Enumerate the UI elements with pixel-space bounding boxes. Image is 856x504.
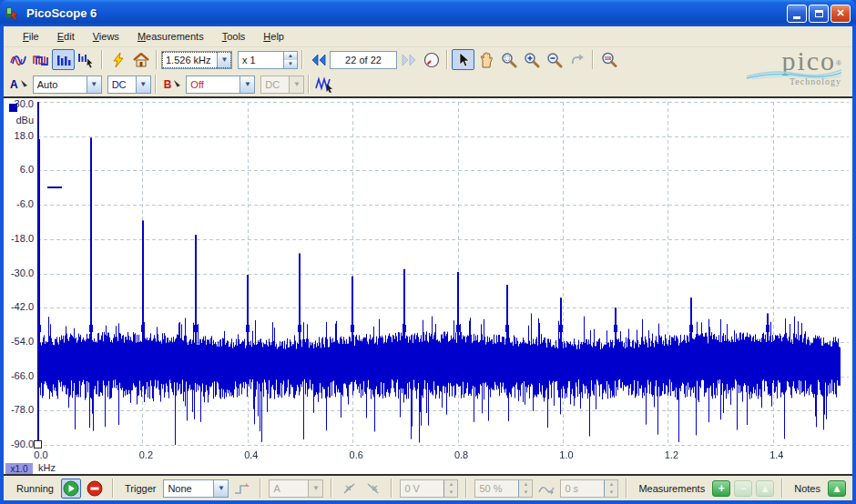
y-tick-label: -54.0 [4, 336, 34, 347]
svg-text:100: 100 [604, 56, 611, 61]
channel-a-coupling-select[interactable]: DC ▼ [107, 76, 151, 94]
channel-b-label: B [164, 78, 172, 91]
spectrum-canvas[interactable] [37, 102, 849, 446]
stop-capture-button[interactable] [85, 479, 105, 499]
persistence-view-button[interactable] [29, 49, 52, 70]
add-measurement-button[interactable]: + [712, 480, 730, 497]
menu-item-help[interactable]: Help [255, 28, 292, 45]
next-waveform-button[interactable] [397, 49, 420, 70]
spectrum-view-button[interactable] [52, 49, 75, 70]
axis-drag-handle[interactable] [34, 440, 42, 449]
x-tick-label: 0.8 [443, 449, 480, 460]
measurements-label: Measurements [638, 483, 705, 494]
app-icon [5, 5, 22, 22]
start-capture-button[interactable] [61, 479, 81, 499]
rising-edge-button [340, 479, 360, 499]
trigger-mode-select[interactable]: None ▼ [163, 479, 229, 498]
menu-item-views[interactable]: Views [85, 28, 127, 45]
y-tick-label: -18.0 [4, 233, 34, 244]
client-area: FileEditViewsMeasurementsToolsHelp [4, 26, 852, 500]
separator [465, 479, 467, 498]
separator [101, 50, 103, 69]
channel-a-coupling-value: DC [108, 79, 136, 90]
buffer-position-field[interactable]: 22 of 22 [330, 51, 397, 69]
channel-b-coupling-value: DC [261, 79, 289, 90]
stepper-buttons[interactable]: ▲▼ [283, 52, 297, 68]
menu-item-measurements[interactable]: Measurements [129, 28, 212, 45]
chevron-down-icon[interactable]: ▼ [217, 52, 231, 68]
chevron-down-icon[interactable]: ▼ [213, 480, 228, 497]
auto-setup-button[interactable] [107, 49, 129, 70]
trigger-source-value: A [270, 483, 308, 494]
y-tick-label: 18.0 [4, 130, 34, 141]
statusbar: Running Trigger None ▼ [4, 476, 852, 500]
trigger-level-value: 0 V [401, 483, 443, 494]
running-status: Running [16, 483, 54, 494]
undo-zoom-button[interactable] [566, 49, 588, 70]
x-scale-stepper[interactable]: x 1 ▲▼ [238, 51, 298, 69]
titlebar: PicoScope 6 ✕ [0, 0, 856, 26]
separator [626, 479, 627, 498]
buffer-navigator-button[interactable] [420, 49, 443, 70]
spectrum-options-button[interactable] [75, 49, 97, 70]
channel-b-coupling-select[interactable]: DC ▼ [260, 76, 304, 94]
channel-b-range-select[interactable]: Off ▼ [186, 76, 255, 94]
step-down-icon: ▼ [605, 489, 617, 497]
minimize-button[interactable] [787, 5, 807, 23]
registered-mark: ® [836, 59, 841, 67]
x-axis-multiplier-badge[interactable]: x1.0 [5, 463, 33, 475]
scope-view-button[interactable] [6, 49, 29, 70]
y-tick-label: -42.0 [4, 301, 34, 312]
y-axis-unit: dBu [4, 115, 34, 126]
chevron-down-icon[interactable]: ▼ [136, 76, 150, 93]
x-tick-label: 0.4 [233, 449, 270, 460]
hand-tool-button[interactable] [474, 49, 497, 70]
zoom-out-button[interactable] [543, 49, 566, 70]
step-up-icon: ▲ [444, 480, 457, 489]
separator [260, 479, 261, 498]
advanced-trigger-button[interactable] [232, 479, 252, 499]
separator [156, 50, 158, 69]
y-tick-label: 6.0 [4, 164, 34, 175]
stepper-buttons: ▲▼ [443, 480, 457, 497]
x-tick-label: 1.0 [548, 449, 585, 460]
separator [331, 479, 332, 498]
channel-toolbar: A Auto ▼ DC ▼ B Off ▼ [4, 72, 732, 96]
remove-measurement-button: − [734, 480, 752, 497]
chevron-down-icon[interactable]: ▼ [87, 76, 101, 93]
zoom-in-button[interactable] [520, 49, 543, 70]
step-up-icon: ▲ [284, 52, 297, 60]
menu-item-edit[interactable]: Edit [49, 28, 83, 45]
channel-a-range-select[interactable]: Auto ▼ [33, 76, 102, 94]
holdoff-stepper: 0 s ▲▼ [560, 479, 618, 498]
buffer-position-value: 22 of 22 [345, 55, 382, 66]
y-tick-label: -30.0 [4, 267, 34, 278]
step-down-icon: ▼ [519, 489, 532, 497]
falling-edge-button [363, 479, 383, 499]
select-tool-button[interactable] [452, 49, 474, 70]
maximize-button[interactable] [809, 5, 829, 23]
step-down-icon: ▼ [284, 60, 297, 68]
close-button[interactable]: ✕ [831, 5, 851, 23]
zoom-100-button[interactable]: 100 [597, 49, 620, 70]
x-tick-label: 1.2 [653, 449, 689, 460]
signal-generator-button[interactable] [313, 74, 336, 95]
holdoff-value: 0 s [561, 483, 604, 494]
prev-waveform-button[interactable] [307, 49, 330, 70]
notes-toggle-button[interactable]: ▲ [828, 480, 846, 497]
menu-item-tools[interactable]: Tools [214, 28, 254, 45]
y-tick-label: -78.0 [4, 404, 34, 415]
x-scale-value: x 1 [239, 55, 283, 66]
trigger-level-stepper: 0 V ▲▼ [400, 479, 458, 498]
spectrum-range-select[interactable]: 1.526 kHz ▼ [161, 51, 232, 69]
notes-label: Notes [794, 483, 820, 494]
pretrigger-value: 50 % [475, 483, 518, 494]
chevron-down-icon[interactable]: ▼ [239, 76, 254, 93]
home-button[interactable] [129, 49, 152, 70]
probe-icon [173, 79, 182, 90]
marquee-zoom-button[interactable] [497, 49, 520, 70]
separator [446, 50, 448, 69]
menu-item-file[interactable]: File [15, 28, 47, 45]
x-tick-label: 0.2 [127, 449, 164, 460]
y-tick-label: -90.0 [4, 438, 34, 449]
